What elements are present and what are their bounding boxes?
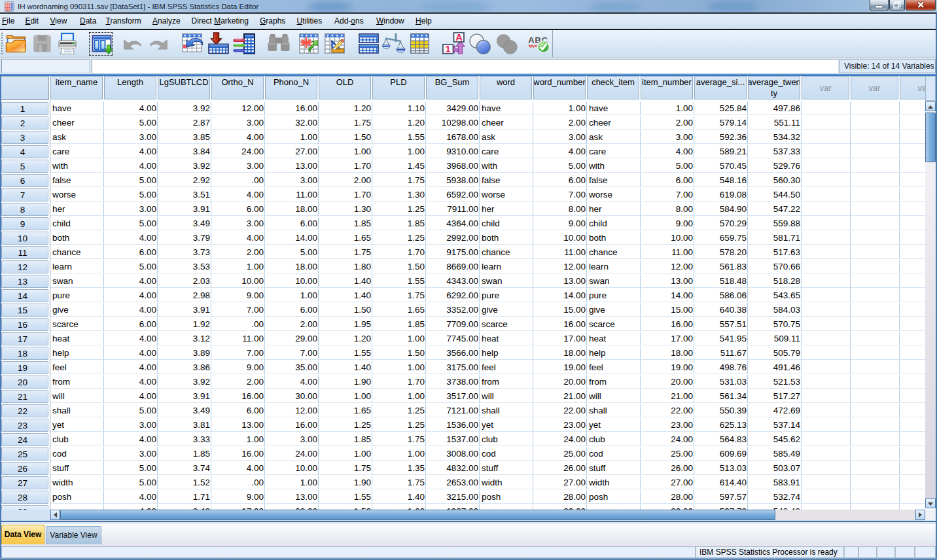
svg-text:1: 1 (445, 44, 450, 54)
svg-text:A: A (455, 32, 463, 43)
